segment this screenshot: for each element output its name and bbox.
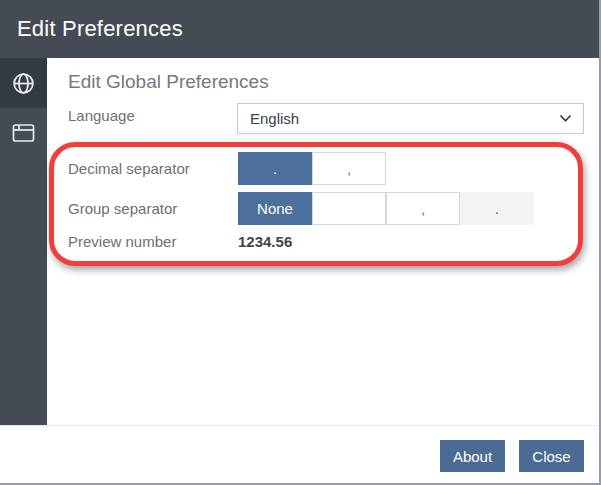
edit-preferences-dialog: Edit Preferences Edit Glob (0, 0, 601, 485)
sidebar-item-global-preferences[interactable] (0, 58, 47, 108)
dialog-title: Edit Preferences (17, 0, 183, 58)
chevron-down-icon (559, 114, 583, 123)
decimal-separator-group: . , (238, 152, 386, 185)
language-label: Language (68, 106, 135, 126)
close-button[interactable]: Close (519, 440, 584, 472)
decimal-separator-label: Decimal separator (68, 152, 190, 185)
sidebar-item-window-preferences[interactable] (0, 108, 47, 158)
globe-icon (11, 71, 36, 96)
group-separator-option-space[interactable] (312, 192, 386, 225)
group-separator-option-none[interactable]: None (238, 192, 312, 225)
language-select[interactable]: English (237, 103, 584, 134)
sidebar (0, 58, 47, 425)
language-selected-value: English (238, 110, 559, 127)
group-separator-group: None , . (238, 192, 534, 225)
page-title: Edit Global Preferences (68, 71, 269, 93)
dialog-header: Edit Preferences (0, 0, 599, 58)
main-content: Edit Global Preferences Language English… (47, 58, 599, 425)
preview-number-label: Preview number (68, 232, 176, 252)
window-icon (12, 123, 35, 143)
decimal-separator-option-comma[interactable]: , (312, 152, 386, 185)
group-separator-option-dot-disabled: . (460, 192, 534, 225)
group-separator-label: Group separator (68, 192, 177, 225)
dialog-footer: About Close (0, 425, 599, 483)
preview-number-value: 1234.56 (238, 232, 292, 252)
decimal-separator-option-dot[interactable]: . (238, 152, 312, 185)
group-separator-option-comma[interactable]: , (386, 192, 460, 225)
about-button[interactable]: About (440, 440, 505, 472)
